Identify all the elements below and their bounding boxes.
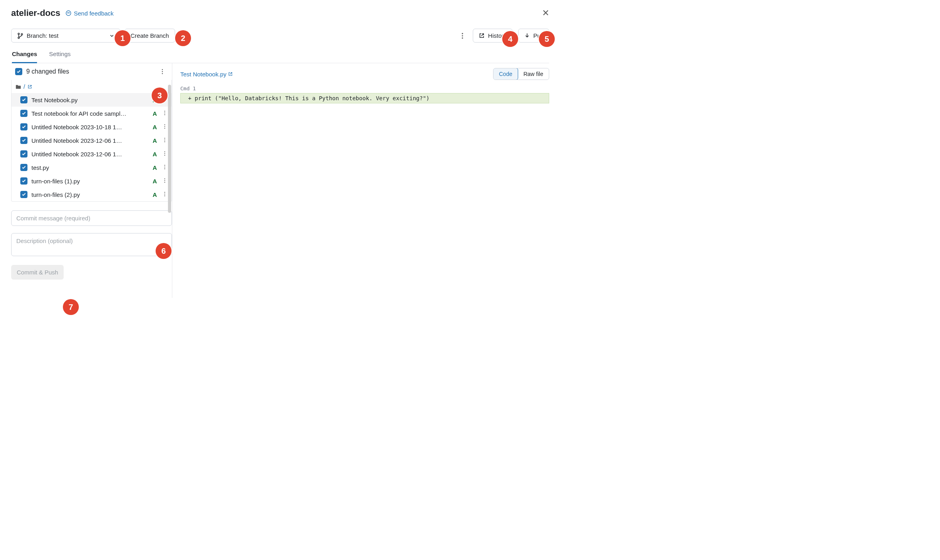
file-name: Test notebook for API code sampl… [31,110,148,117]
svg-point-11 [162,71,163,72]
file-row[interactable]: Untitled Notebook 2023-12-06 1…A [12,134,172,147]
file-more-button[interactable] [162,164,168,171]
vertical-dots-icon [162,137,168,143]
file-more-button[interactable] [162,124,168,130]
file-status: A [152,164,158,171]
scrollbar[interactable] [168,85,171,213]
file-row[interactable]: Test notebook for API code sampl…A [12,107,172,120]
tab-changes[interactable]: Changes [12,47,37,63]
svg-point-8 [462,35,463,36]
svg-point-17 [164,112,165,113]
svg-point-20 [164,126,165,126]
header: atelier-docs Send feedback ✕ [11,8,549,18]
check-icon [21,152,26,156]
annotation-3: 3 [152,88,168,103]
commit-area: Commit & Push [11,202,172,280]
root-folder-row[interactable]: / [12,80,172,93]
file-row[interactable]: Test Notebook.pyA [12,93,172,107]
file-status: A [152,124,158,130]
diff-added-line: + print ("Hello, Databricks! This is a P… [180,93,549,103]
external-link-icon [479,33,485,39]
svg-point-4 [18,33,20,35]
check-icon [16,69,21,74]
check-icon [21,124,26,129]
check-icon [21,111,26,116]
file-more-button[interactable] [162,178,168,185]
tab-settings[interactable]: Settings [49,47,70,63]
file-checkbox[interactable] [20,110,27,117]
changes-sidebar: 9 changed files / Test Notebook.pyATest … [11,63,172,298]
vertical-dots-icon [162,191,168,197]
commit-push-button[interactable]: Commit & Push [11,265,64,280]
changes-more-button[interactable] [158,68,167,75]
changes-summary-row: 9 changed files [11,63,172,80]
vertical-dots-icon [162,151,168,156]
svg-point-3 [69,13,69,13]
file-status: A [152,191,158,198]
file-name: turn-on-files (2).py [31,191,148,198]
file-checkbox[interactable] [20,96,27,103]
file-row[interactable]: Untitled Notebook 2023-12-06 1…A [12,147,172,161]
annotation-2: 2 [175,30,191,46]
file-status: A [152,110,158,117]
tabs: Changes Settings [11,47,549,63]
create-branch-button[interactable]: Create Branch [125,29,175,43]
svg-point-1 [67,13,68,13]
file-checkbox[interactable] [20,177,27,185]
file-checkbox[interactable] [20,123,27,130]
file-checkbox[interactable] [20,164,27,171]
svg-point-16 [164,111,165,111]
vertical-dots-icon [162,178,168,183]
folder-icon [16,84,21,89]
select-all-checkbox[interactable] [15,68,22,75]
svg-point-28 [164,165,165,165]
external-link-icon [27,84,32,89]
view-code-button[interactable]: Code [493,68,518,80]
annotation-7: 7 [63,299,79,315]
branch-selector[interactable]: Branch: test [11,29,121,43]
file-name: turn-on-files (1).py [31,178,148,185]
file-checkbox[interactable] [20,191,27,198]
diff-cmd-label: Cmd 1 [180,86,549,91]
file-status: A [152,178,158,185]
file-more-button[interactable] [162,151,168,158]
svg-point-22 [164,138,165,138]
feedback-icon [65,10,72,16]
file-row[interactable]: test.pyA [12,161,172,174]
diff-file-link[interactable]: Test Notebook.py [180,71,233,78]
check-icon [21,165,26,170]
diff-panel: Test Notebook.py Code Raw file Cmd 1 + p… [172,63,549,298]
svg-point-31 [164,178,165,179]
file-more-button[interactable] [162,191,168,198]
svg-point-26 [164,153,165,154]
commit-description-input[interactable] [11,233,172,256]
file-checkbox[interactable] [20,150,27,158]
file-more-button[interactable] [162,110,168,117]
svg-point-32 [164,180,165,181]
svg-point-6 [21,33,23,35]
root-path: / [23,83,25,90]
more-menu-button[interactable] [458,32,467,39]
vertical-dots-icon [162,164,168,170]
file-status: A [152,137,158,144]
close-icon[interactable]: ✕ [542,8,549,18]
svg-point-30 [164,168,165,169]
file-checkbox[interactable] [20,137,27,144]
file-row[interactable]: turn-on-files (2).pyA [12,188,172,201]
svg-point-10 [162,69,163,70]
file-more-button[interactable] [162,137,168,144]
vertical-dots-icon [159,68,166,75]
commit-message-input[interactable] [11,210,172,226]
send-feedback-link[interactable]: Send feedback [65,10,114,17]
changes-summary-text: 9 changed files [26,68,69,75]
svg-point-36 [164,195,165,196]
file-status: A [152,151,158,158]
main-area: 9 changed files / Test Notebook.pyATest … [11,63,549,298]
svg-point-34 [164,192,165,192]
view-raw-button[interactable]: Raw file [518,68,549,80]
svg-point-25 [164,151,165,152]
file-row[interactable]: Untitled Notebook 2023-10-18 1…A [12,120,172,134]
file-row[interactable]: turn-on-files (1).pyA [12,174,172,188]
file-name: Untitled Notebook 2023-12-06 1… [31,137,148,144]
svg-point-12 [162,73,163,74]
